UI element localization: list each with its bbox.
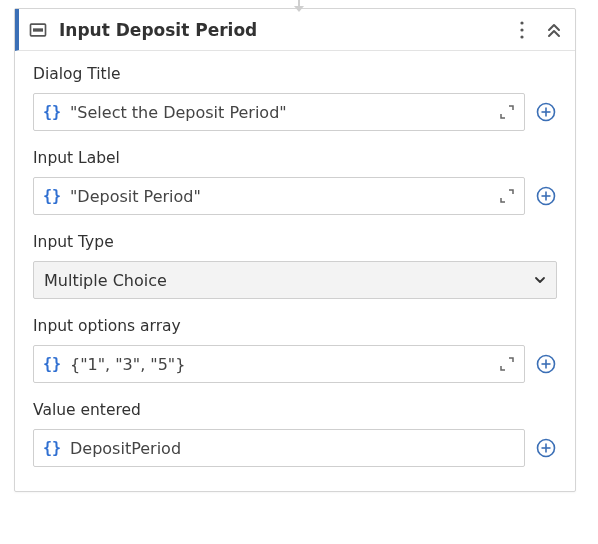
flow-connector-arrow (294, 6, 304, 12)
field-input-type: Input Type Multiple Choice (33, 233, 557, 299)
svg-point-2 (520, 21, 523, 24)
dialog-title-value: "Select the Deposit Period" (70, 103, 490, 122)
svg-point-4 (520, 35, 523, 38)
input-type-selected: Multiple Choice (44, 271, 167, 290)
svg-rect-1 (33, 28, 43, 31)
chevron-down-icon (534, 274, 546, 286)
add-value-button[interactable] (535, 353, 557, 375)
activity-body: Dialog Title {} "Select the Deposit Peri… (15, 51, 575, 491)
options-array-value: {"1", "3", "5"} (70, 355, 490, 374)
add-value-button[interactable] (535, 437, 557, 459)
input-dialog-icon (27, 19, 49, 41)
header-actions (511, 19, 565, 41)
expression-icon: {} (42, 439, 62, 457)
field-label: Input options array (33, 317, 557, 335)
field-value-entered: Value entered {} DepositPeriod (33, 401, 557, 467)
field-label: Value entered (33, 401, 557, 419)
add-value-button[interactable] (535, 101, 557, 123)
field-dialog-title: Dialog Title {} "Select the Deposit Peri… (33, 65, 557, 131)
field-label: Dialog Title (33, 65, 557, 83)
dialog-title-input[interactable]: {} "Select the Deposit Period" (33, 93, 525, 131)
input-label-input[interactable]: {} "Deposit Period" (33, 177, 525, 215)
add-value-button[interactable] (535, 185, 557, 207)
expand-editor-icon[interactable] (498, 355, 516, 373)
expand-editor-icon[interactable] (498, 103, 516, 121)
field-label: Input Label (33, 149, 557, 167)
expression-icon: {} (42, 355, 62, 373)
collapse-icon[interactable] (543, 19, 565, 41)
svg-point-3 (520, 28, 523, 31)
activity-title[interactable]: Input Deposit Period (59, 20, 511, 40)
options-array-input[interactable]: {} {"1", "3", "5"} (33, 345, 525, 383)
field-options-array: Input options array {} {"1", "3", "5"} (33, 317, 557, 383)
expression-icon: {} (42, 187, 62, 205)
expand-editor-icon[interactable] (498, 187, 516, 205)
field-label: Input Type (33, 233, 557, 251)
value-entered-input[interactable]: {} DepositPeriod (33, 429, 525, 467)
input-label-value: "Deposit Period" (70, 187, 490, 206)
activity-node: Input Deposit Period (14, 8, 576, 492)
field-input-label: Input Label {} "Deposit Period" (33, 149, 557, 215)
activity-header[interactable]: Input Deposit Period (15, 9, 575, 51)
more-options-icon[interactable] (511, 19, 533, 41)
expression-icon: {} (42, 103, 62, 121)
value-entered-value: DepositPeriod (70, 439, 516, 458)
input-type-select[interactable]: Multiple Choice (33, 261, 557, 299)
